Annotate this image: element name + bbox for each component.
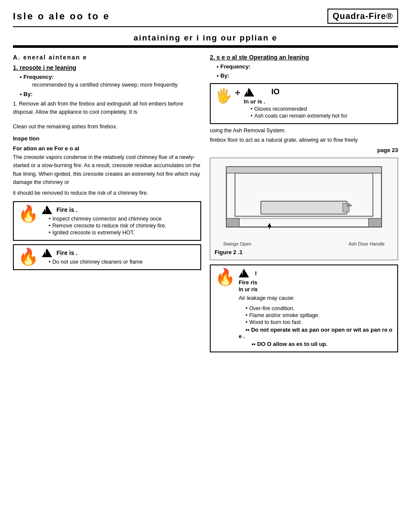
warning-box-1: 🔥 Fire is . Inspect chimney connector an… bbox=[13, 201, 201, 241]
air-bullet-2: Flame and/or smoke spillage. bbox=[246, 312, 393, 318]
left-column: A. eneral aintenan e 1. reosote i ne lea… bbox=[13, 54, 201, 356]
r-frequency-label: Frequency: bbox=[221, 63, 251, 70]
fireplace-diagram bbox=[215, 162, 393, 240]
do-not-operate: • Do not operate wit as pan oor open or … bbox=[239, 327, 393, 339]
svg-rect-5 bbox=[261, 201, 347, 214]
svg-rect-7 bbox=[347, 205, 352, 206]
right-warning-box: 🔥 I Fire ris In ur ris Air leakage may c… bbox=[210, 264, 398, 352]
right-column: 2. s e o al ste Operating an leaning Fre… bbox=[210, 54, 398, 356]
svg-rect-4 bbox=[369, 218, 382, 227]
r-by-label: By: bbox=[221, 72, 230, 79]
frequency-label: Frequency: bbox=[24, 74, 178, 80]
plus-icon: + bbox=[235, 87, 240, 99]
step1: 1. Remove all ash from the firebox and e… bbox=[13, 100, 201, 119]
frequency-text: recommended by a certified chimney sweep… bbox=[32, 82, 178, 88]
warning-box-1-content: Fire is . Inspect chimney connector and … bbox=[42, 205, 196, 236]
air-bullet-1: Over-fire condition. bbox=[246, 305, 393, 311]
using-text: using the Ash Removal System. bbox=[210, 128, 398, 134]
warn1-bullet-2: Remove creosote to reduce risk of chimne… bbox=[49, 223, 196, 229]
warn1-bullet-3: Ignited creosote is extremely HOT. bbox=[49, 230, 196, 236]
section-title: aintaining er i ing our pplian e bbox=[13, 33, 398, 43]
svg-rect-3 bbox=[227, 218, 240, 227]
formation-header: For ation an ee For e o al bbox=[13, 145, 201, 152]
right-warn-title: I bbox=[255, 270, 257, 277]
air-bullet-3: Wood to burn too fast. bbox=[246, 319, 393, 325]
io-sub1: In ur is . bbox=[244, 98, 393, 105]
warning-header-2: Fire is . bbox=[42, 249, 196, 257]
two-col-layout: A. eneral aintenan e 1. reosote i ne lea… bbox=[13, 54, 398, 356]
flame-icon-1: 🔥 bbox=[18, 205, 38, 222]
swings-open-label: Swings Open bbox=[223, 241, 251, 246]
header-title: Isle o ale oo to e bbox=[13, 11, 110, 22]
triangle-icon-io bbox=[244, 88, 254, 96]
warning-title-2: Fire is . bbox=[56, 249, 78, 256]
inspection-header: Inspe tion bbox=[13, 135, 201, 142]
r-by-bullet: By: bbox=[217, 72, 398, 80]
air-leakage-intro: Air leakage may cause: bbox=[239, 294, 393, 302]
right-warning-header: I bbox=[239, 269, 393, 277]
figure-container: Swings Open Ash Door Handle Figure 2 .1 bbox=[210, 158, 398, 260]
figure-caption: Figure 2 .1 bbox=[215, 249, 393, 255]
warning-box-2-content: Fire is . Do not use chimney cleaners or… bbox=[42, 249, 196, 266]
do-not-allow: • DO O allow as es to uil up. bbox=[245, 341, 393, 347]
right-warning-content: I Fire ris In ur ris Air leakage may cau… bbox=[239, 269, 393, 348]
io-bullet-1: Gloves recommended bbox=[251, 106, 393, 112]
by-bullet: By: bbox=[20, 91, 201, 98]
firebox-text: firebox floor to act as a natural grate,… bbox=[210, 136, 398, 144]
flame-icon-right: 🔥 bbox=[215, 269, 235, 285]
r-frequency-bullet: Frequency: bbox=[217, 63, 398, 71]
flame-icon-2: 🔥 bbox=[18, 249, 38, 265]
item1-header: 1. reosote i ne leaning bbox=[13, 64, 201, 71]
warning-box-2: 🔥 Fire is . Do not use chimney cleaners … bbox=[13, 244, 201, 270]
svg-rect-0 bbox=[227, 167, 382, 227]
hand-icon-area: 🖐 + bbox=[215, 87, 240, 104]
warn1-bullet-1: Inspect chimney connector and chimney on… bbox=[49, 216, 196, 222]
triangle-icon-1 bbox=[42, 205, 52, 214]
triangle-icon-right bbox=[239, 269, 249, 277]
warning-title-1: Fire is . bbox=[56, 206, 78, 213]
by-label: By: bbox=[24, 91, 33, 97]
warning-header-1: Fire is . bbox=[42, 205, 196, 214]
io-bullet-2: Ash coals can remain extremely hot for bbox=[251, 113, 393, 119]
general-header: A. eneral aintenan e bbox=[13, 54, 201, 61]
triangle-icon-2 bbox=[42, 249, 52, 257]
chimney-fire-text: it should be removed to reduce the risk … bbox=[13, 189, 201, 197]
hand-icon: 🖐 bbox=[215, 87, 232, 104]
io-warning-content: IO In ur is . Gloves recommended Ash coa… bbox=[244, 87, 393, 120]
header: Isle o ale oo to e Quadra-Fire® bbox=[13, 9, 398, 27]
frequency-bullet: Frequency: recommended by a certified ch… bbox=[20, 74, 201, 89]
step1-text: 1. Remove all ash from the firebox and e… bbox=[13, 100, 201, 117]
creosote-para: The creosote vapors condense in the rela… bbox=[13, 153, 201, 187]
right-warn-injury: In ur ris bbox=[239, 286, 393, 292]
section-title-bar bbox=[13, 45, 398, 48]
clean-out-text: Clean out the remaining ashes from fireb… bbox=[13, 123, 201, 131]
ash-door-label: Ash Door Handle bbox=[349, 241, 385, 246]
warn2-bullet-1: Do not use chimney cleaners or flame bbox=[49, 259, 196, 265]
io-label: IO bbox=[271, 87, 280, 96]
item2-header: 2. s e o al ste Operating an leaning bbox=[210, 54, 398, 61]
svg-rect-2 bbox=[227, 167, 382, 173]
right-warn-fire: Fire ris bbox=[239, 279, 393, 286]
page-ref: page 23 bbox=[210, 147, 398, 153]
io-warning-header: IO bbox=[244, 87, 393, 96]
figure-labels: Swings Open Ash Door Handle bbox=[215, 241, 393, 246]
io-warning-box: 🖐 + IO In ur is . Gloves recommended Ash… bbox=[210, 83, 398, 124]
page: Isle o ale oo to e Quadra-Fire® aintaini… bbox=[0, 0, 411, 532]
logo: Quadra-Fire® bbox=[327, 9, 398, 24]
